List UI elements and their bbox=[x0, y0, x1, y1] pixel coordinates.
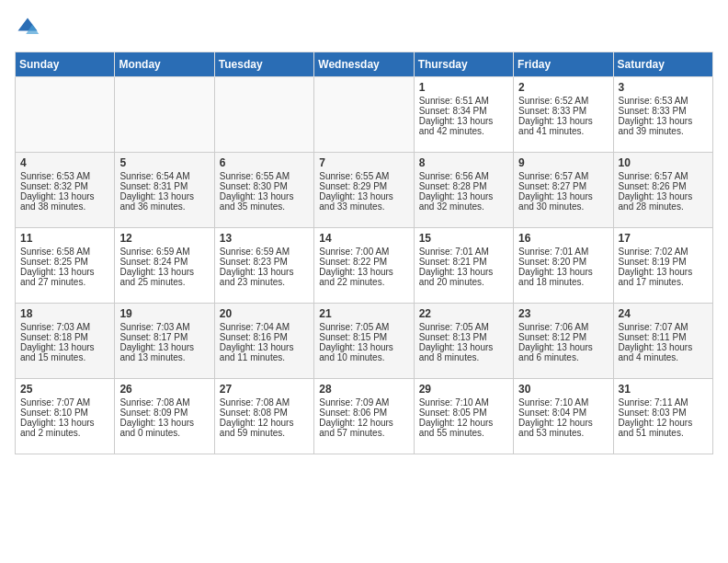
sunrise: Sunrise: 6:59 AM bbox=[220, 247, 290, 257]
sunset: Sunset: 8:06 PM bbox=[319, 408, 387, 418]
day-number: 31 bbox=[619, 383, 708, 396]
day-header-friday: Friday bbox=[514, 52, 613, 77]
daylight-label: Daylight: 13 hours and 30 minutes. bbox=[518, 191, 593, 212]
sunset: Sunset: 8:23 PM bbox=[220, 257, 288, 267]
daylight-label: Daylight: 13 hours and 17 minutes. bbox=[619, 267, 693, 287]
calendar-cell: 11Sunrise: 6:58 AMSunset: 8:25 PMDayligh… bbox=[16, 228, 115, 304]
sunrise: Sunrise: 6:55 AM bbox=[220, 171, 290, 181]
sunset: Sunset: 8:12 PM bbox=[518, 332, 586, 342]
calendar-cell: 18Sunrise: 7:03 AMSunset: 8:18 PMDayligh… bbox=[16, 304, 115, 379]
sunrise: Sunrise: 7:03 AM bbox=[20, 322, 90, 332]
daylight-label: Daylight: 13 hours and 25 minutes. bbox=[119, 267, 194, 287]
sunrise: Sunrise: 6:57 AM bbox=[518, 171, 588, 181]
sunrise: Sunrise: 6:58 AM bbox=[20, 247, 90, 257]
day-number: 26 bbox=[119, 383, 209, 396]
daylight-label: Daylight: 13 hours and 6 minutes. bbox=[518, 342, 593, 362]
calendar-cell: 15Sunrise: 7:01 AMSunset: 8:21 PMDayligh… bbox=[414, 228, 513, 304]
calendar-cell: 2Sunrise: 6:52 AMSunset: 8:33 PMDaylight… bbox=[514, 77, 613, 153]
day-number: 14 bbox=[319, 232, 408, 245]
day-number: 13 bbox=[220, 232, 309, 245]
sunrise: Sunrise: 7:01 AM bbox=[518, 247, 588, 257]
sunrise: Sunrise: 7:08 AM bbox=[220, 397, 290, 408]
sunset: Sunset: 8:29 PM bbox=[319, 181, 387, 191]
day-header-monday: Monday bbox=[115, 52, 214, 77]
daylight-label: Daylight: 13 hours and 18 minutes. bbox=[518, 267, 593, 287]
calendar-cell: 19Sunrise: 7:03 AMSunset: 8:17 PMDayligh… bbox=[115, 304, 214, 379]
calendar-cell: 31Sunrise: 7:11 AMSunset: 8:03 PMDayligh… bbox=[613, 379, 712, 454]
sunset: Sunset: 8:15 PM bbox=[319, 332, 387, 342]
sunset: Sunset: 8:30 PM bbox=[220, 181, 288, 191]
day-number: 25 bbox=[20, 383, 109, 396]
sunset: Sunset: 8:33 PM bbox=[518, 106, 586, 116]
day-header-saturday: Saturday bbox=[613, 52, 712, 77]
calendar-cell: 6Sunrise: 6:55 AMSunset: 8:30 PMDaylight… bbox=[214, 153, 313, 228]
day-number: 12 bbox=[119, 232, 209, 245]
sunset: Sunset: 8:25 PM bbox=[20, 257, 88, 267]
calendar-cell: 9Sunrise: 6:57 AMSunset: 8:27 PMDaylight… bbox=[514, 153, 613, 228]
day-number: 2 bbox=[518, 81, 608, 94]
day-number: 29 bbox=[419, 383, 508, 396]
sunset: Sunset: 8:10 PM bbox=[20, 408, 88, 418]
sunrise: Sunrise: 7:01 AM bbox=[419, 247, 489, 257]
calendar-cell: 13Sunrise: 6:59 AMSunset: 8:23 PMDayligh… bbox=[214, 228, 313, 304]
calendar-cell: 23Sunrise: 7:06 AMSunset: 8:12 PMDayligh… bbox=[514, 304, 613, 379]
day-number: 21 bbox=[319, 307, 408, 320]
calendar-cell: 22Sunrise: 7:05 AMSunset: 8:13 PMDayligh… bbox=[414, 304, 513, 379]
sunset: Sunset: 8:33 PM bbox=[619, 106, 687, 116]
calendar-cell: 5Sunrise: 6:54 AMSunset: 8:31 PMDaylight… bbox=[115, 153, 214, 228]
sunset: Sunset: 8:03 PM bbox=[619, 408, 687, 418]
daylight-label: Daylight: 13 hours and 36 minutes. bbox=[119, 191, 194, 212]
sunrise: Sunrise: 6:53 AM bbox=[20, 171, 90, 181]
calendar-cell: 17Sunrise: 7:02 AMSunset: 8:19 PMDayligh… bbox=[613, 228, 712, 304]
sunset: Sunset: 8:22 PM bbox=[319, 257, 387, 267]
day-number: 24 bbox=[619, 307, 708, 320]
sunset: Sunset: 8:11 PM bbox=[619, 332, 687, 342]
day-number: 27 bbox=[220, 383, 309, 396]
calendar-cell: 24Sunrise: 7:07 AMSunset: 8:11 PMDayligh… bbox=[613, 304, 712, 379]
logo bbox=[15, 15, 44, 40]
day-number: 3 bbox=[619, 81, 708, 94]
sunset: Sunset: 8:17 PM bbox=[119, 332, 188, 342]
daylight-label: Daylight: 13 hours and 10 minutes. bbox=[319, 342, 393, 362]
calendar-cell bbox=[16, 77, 115, 153]
day-header-wednesday: Wednesday bbox=[314, 52, 414, 77]
sunrise: Sunrise: 7:03 AM bbox=[119, 322, 189, 332]
calendar-cell: 29Sunrise: 7:10 AMSunset: 8:05 PMDayligh… bbox=[414, 379, 513, 454]
day-header-sunday: Sunday bbox=[16, 52, 115, 77]
daylight-label: Daylight: 13 hours and 11 minutes. bbox=[220, 342, 294, 362]
calendar-table: SundayMondayTuesdayWednesdayThursdayFrid… bbox=[15, 52, 713, 454]
sunrise: Sunrise: 7:07 AM bbox=[20, 397, 90, 408]
calendar-cell: 26Sunrise: 7:08 AMSunset: 8:09 PMDayligh… bbox=[115, 379, 214, 454]
day-number: 30 bbox=[518, 383, 608, 396]
day-number: 17 bbox=[619, 232, 708, 245]
sunset: Sunset: 8:27 PM bbox=[518, 181, 586, 191]
day-number: 11 bbox=[20, 232, 109, 245]
sunset: Sunset: 8:26 PM bbox=[619, 181, 687, 191]
day-number: 28 bbox=[319, 383, 408, 396]
calendar-cell: 25Sunrise: 7:07 AMSunset: 8:10 PMDayligh… bbox=[16, 379, 115, 454]
sunrise: Sunrise: 6:56 AM bbox=[419, 171, 489, 181]
sunrise: Sunrise: 7:10 AM bbox=[518, 397, 588, 408]
sunset: Sunset: 8:28 PM bbox=[419, 181, 487, 191]
calendar-cell: 8Sunrise: 6:56 AMSunset: 8:28 PMDaylight… bbox=[414, 153, 513, 228]
calendar-cell: 3Sunrise: 6:53 AMSunset: 8:33 PMDaylight… bbox=[613, 77, 712, 153]
sunrise: Sunrise: 7:06 AM bbox=[518, 322, 588, 332]
calendar-cell bbox=[314, 77, 414, 153]
day-number: 19 bbox=[119, 307, 209, 320]
daylight-label: Daylight: 13 hours and 28 minutes. bbox=[619, 191, 693, 212]
sunset: Sunset: 8:19 PM bbox=[619, 257, 687, 267]
calendar-cell bbox=[115, 77, 214, 153]
day-number: 7 bbox=[319, 156, 408, 169]
daylight-label: Daylight: 13 hours and 2 minutes. bbox=[20, 418, 95, 438]
day-number: 16 bbox=[518, 232, 608, 245]
day-number: 5 bbox=[119, 156, 209, 169]
sunrise: Sunrise: 7:09 AM bbox=[319, 397, 389, 408]
daylight-label: Daylight: 13 hours and 35 minutes. bbox=[220, 191, 294, 212]
daylight-label: Daylight: 13 hours and 38 minutes. bbox=[20, 191, 95, 212]
day-number: 18 bbox=[20, 307, 109, 320]
calendar-cell bbox=[214, 77, 313, 153]
sunset: Sunset: 8:20 PM bbox=[518, 257, 586, 267]
sunset: Sunset: 8:24 PM bbox=[119, 257, 188, 267]
daylight-label: Daylight: 13 hours and 41 minutes. bbox=[518, 116, 593, 136]
week-row-5: 25Sunrise: 7:07 AMSunset: 8:10 PMDayligh… bbox=[16, 379, 713, 454]
